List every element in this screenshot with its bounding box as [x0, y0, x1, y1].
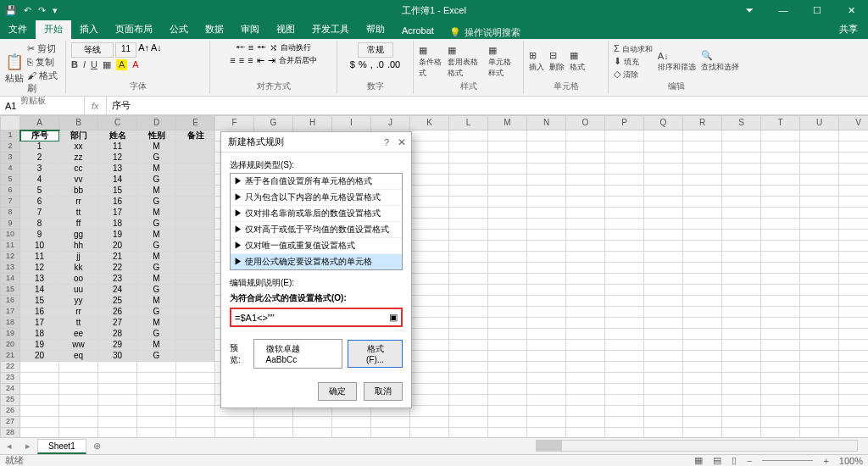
select-all-corner[interactable] [0, 115, 20, 130]
cell[interactable] [449, 252, 488, 263]
cell[interactable] [527, 230, 566, 241]
cell[interactable] [527, 329, 566, 340]
align-top-icon[interactable]: ⬴ [236, 42, 245, 53]
row-header[interactable]: 7 [0, 197, 20, 208]
cell[interactable] [566, 263, 605, 274]
cell[interactable] [332, 417, 371, 428]
cell[interactable]: 序号 [20, 130, 59, 141]
row-header[interactable]: 25 [0, 395, 20, 406]
cell[interactable] [800, 318, 839, 329]
cell[interactable] [410, 395, 449, 406]
cell[interactable] [683, 186, 722, 197]
cell[interactable] [800, 329, 839, 340]
cell[interactable] [800, 219, 839, 230]
row-header[interactable]: 12 [0, 252, 20, 263]
cell[interactable] [176, 406, 215, 417]
cell[interactable] [488, 208, 527, 219]
cell[interactable] [683, 153, 722, 164]
column-header[interactable]: A [20, 115, 59, 130]
cell[interactable] [527, 406, 566, 417]
tab-dev[interactable]: 开发工具 [303, 19, 358, 39]
cell[interactable] [644, 208, 683, 219]
cell[interactable] [488, 340, 527, 351]
cell[interactable] [683, 417, 722, 428]
cell[interactable] [839, 373, 868, 384]
cell[interactable] [566, 208, 605, 219]
cell[interactable] [644, 274, 683, 285]
cell[interactable] [98, 373, 137, 384]
cell[interactable] [449, 130, 488, 141]
horizontal-scrollbar[interactable] [536, 437, 858, 454]
cell[interactable]: M [137, 164, 176, 175]
cell[interactable] [527, 153, 566, 164]
cell[interactable] [800, 141, 839, 153]
cell[interactable] [644, 175, 683, 186]
cell[interactable] [449, 395, 488, 406]
cell[interactable] [605, 395, 644, 406]
cell[interactable]: 13 [98, 164, 137, 175]
cell[interactable] [488, 285, 527, 296]
cell[interactable] [722, 340, 761, 351]
cell[interactable]: 14 [98, 175, 137, 186]
cell[interactable] [566, 274, 605, 285]
rule-type-item[interactable]: ▶ 基于各自值设置所有单元格的格式 [231, 174, 402, 190]
cell[interactable] [644, 141, 683, 153]
cell[interactable] [839, 153, 868, 164]
cell[interactable] [527, 241, 566, 252]
cell[interactable] [605, 175, 644, 186]
cell[interactable] [722, 406, 761, 417]
cell[interactable] [488, 296, 527, 307]
cell[interactable]: 24 [98, 285, 137, 296]
minimize-icon[interactable]: — [766, 0, 800, 20]
tab-acrobat[interactable]: Acrobat [393, 22, 442, 39]
cell[interactable] [761, 208, 800, 219]
cell[interactable] [488, 241, 527, 252]
tab-layout[interactable]: 页面布局 [107, 19, 161, 39]
cell[interactable] [176, 241, 215, 252]
cell[interactable] [605, 307, 644, 318]
cell[interactable]: 15 [20, 296, 59, 307]
cell[interactable] [137, 362, 176, 373]
cell[interactable] [644, 130, 683, 141]
cell[interactable] [761, 252, 800, 263]
cell[interactable] [800, 296, 839, 307]
cell[interactable] [761, 395, 800, 406]
cell[interactable] [722, 141, 761, 153]
font-size[interactable]: 11 [115, 42, 136, 58]
cell[interactable] [839, 329, 868, 340]
view-break-icon[interactable]: ▯ [732, 455, 737, 466]
cell[interactable] [449, 197, 488, 208]
cell[interactable] [449, 373, 488, 384]
row-header[interactable]: 16 [0, 296, 20, 307]
fill-button[interactable]: ⬇ 填充 [614, 56, 653, 68]
cell[interactable] [644, 164, 683, 175]
cell[interactable] [722, 285, 761, 296]
column-header[interactable]: M [488, 115, 527, 130]
cell[interactable] [566, 395, 605, 406]
cell[interactable] [176, 153, 215, 164]
cell[interactable] [566, 285, 605, 296]
column-header[interactable]: T [761, 115, 800, 130]
row-header[interactable]: 27 [0, 417, 20, 428]
cell[interactable] [800, 263, 839, 274]
cell[interactable] [761, 175, 800, 186]
cell[interactable] [644, 263, 683, 274]
cell[interactable] [410, 340, 449, 351]
cell[interactable] [449, 186, 488, 197]
cell[interactable] [722, 252, 761, 263]
worksheet-grid[interactable]: ABCDEFGHIJKLMNOPQRSTUVW 1序号部门姓名性别备注21xx1… [0, 115, 868, 446]
cell[interactable] [59, 373, 98, 384]
format-cells-button[interactable]: ▦格式 [570, 50, 585, 73]
column-header[interactable]: V [839, 115, 868, 130]
italic-icon[interactable]: I [83, 59, 86, 70]
cell[interactable]: tt [59, 318, 98, 329]
cell[interactable]: 29 [98, 340, 137, 351]
cell[interactable]: 7 [20, 208, 59, 219]
row-header[interactable]: 23 [0, 373, 20, 384]
cell[interactable] [20, 395, 59, 406]
cell[interactable] [488, 307, 527, 318]
cell[interactable] [683, 395, 722, 406]
cell[interactable] [800, 153, 839, 164]
cell[interactable]: 19 [20, 340, 59, 351]
align-bot-icon[interactable]: ⬵ [257, 42, 266, 53]
